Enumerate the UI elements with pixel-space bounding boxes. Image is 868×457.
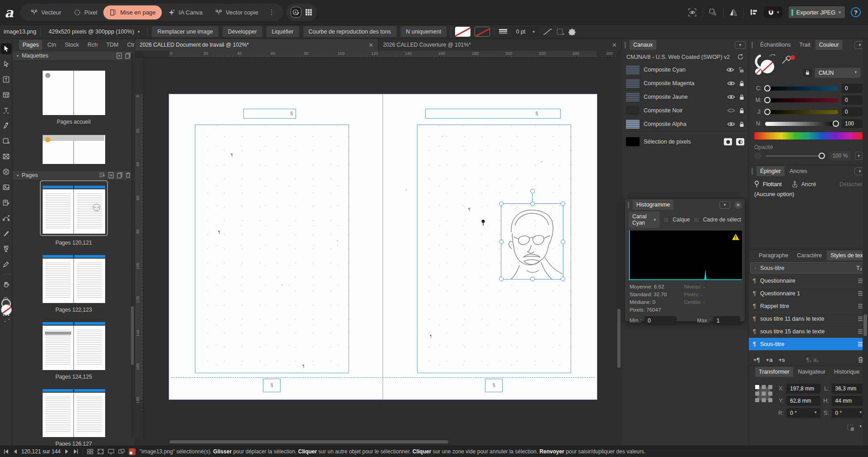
resize-handle[interactable]: [561, 240, 565, 244]
color-spectrum-bar[interactable]: [754, 132, 863, 140]
transform-field-h[interactable]: 44 mm: [832, 396, 866, 406]
resize-handle[interactable]: [499, 202, 504, 206]
color-wells[interactable]: ⌄⌃: [0, 299, 13, 340]
fill-color-well[interactable]: [1, 304, 12, 315]
float-option[interactable]: Flottant: [763, 181, 782, 188]
tab-échantillons[interactable]: Échantillons: [756, 40, 794, 50]
panel-menu-button[interactable]: ▼: [735, 41, 746, 49]
tab-historique[interactable]: Historique: [830, 367, 863, 377]
canvas-viewport[interactable]: § § § § ¶ˇ¶¶ˆˇ¶ˇˆ¶: [143, 58, 617, 439]
tab-pages[interactable]: Pages: [19, 40, 42, 50]
header-frame-right[interactable]: §: [425, 109, 561, 119]
panel-scrollbar[interactable]: [863, 39, 868, 446]
transform-field-y[interactable]: 62,8 mm: [786, 396, 820, 406]
tool-node[interactable]: [0, 56, 13, 72]
persona-tab-pixel[interactable]: Pixel: [68, 5, 103, 19]
selection-full-icon[interactable]: [724, 138, 732, 145]
pressure-curve-icon[interactable]: [543, 29, 552, 35]
ctx-button-n-uniquement[interactable]: N uniquement: [401, 26, 447, 37]
slider-knob[interactable]: [764, 109, 771, 115]
tool-node-edit[interactable]: [0, 210, 13, 226]
ctx-button-remplacer-une-image[interactable]: Remplacer une image: [152, 26, 218, 37]
lock-icon[interactable]: [739, 81, 744, 87]
sort-pages-icon[interactable]: [99, 172, 105, 178]
maquette-item[interactable]: Pages accueil: [43, 61, 105, 125]
slider-value[interactable]: 0: [842, 84, 863, 93]
tool-move[interactable]: [0, 41, 13, 56]
tool-transparency[interactable]: [0, 241, 13, 256]
text-style-row[interactable]: ¶sous titre 11 dans le texte: [749, 313, 868, 325]
tab-transformer[interactable]: Transformer: [755, 367, 793, 377]
transform-field-r[interactable]: 0 °▾: [786, 408, 820, 418]
persona-tab-vecteur[interactable]: Vecteur: [24, 5, 68, 19]
apply-paragraph-style-button[interactable]: ¶₂ a₂: [806, 356, 819, 363]
add-page-icon[interactable]: [108, 172, 114, 178]
fit-view-icon[interactable]: [97, 449, 104, 454]
calque-checkbox[interactable]: [663, 217, 669, 223]
footer-frame-left[interactable]: §: [263, 379, 281, 392]
slider-value[interactable]: 100: [842, 119, 863, 128]
alignment-icon[interactable]: [750, 8, 758, 16]
tool-color-picker[interactable]: [0, 256, 13, 272]
help-button[interactable]: ?: [851, 7, 861, 17]
apps-grid-icon[interactable]: [305, 9, 312, 16]
footer-frame-right[interactable]: §: [485, 379, 503, 392]
next-page-icon[interactable]: [65, 449, 69, 454]
tool-vector-brush[interactable]: [0, 226, 13, 241]
page-spread-item[interactable]: Pages 126,127: [43, 383, 105, 446]
canvas-horizontal-scrollbar[interactable]: [143, 440, 615, 443]
visibility-eye-icon[interactable]: [726, 67, 734, 72]
slider-knob[interactable]: [764, 85, 771, 91]
panel-grip[interactable]: [625, 42, 626, 48]
document-tab[interactable]: 2026 CALLED Document de travail @ 102%*✕: [135, 39, 378, 51]
refresh-icon[interactable]: [737, 53, 744, 60]
lock-icon[interactable]: [739, 108, 744, 114]
text-style-row[interactable]: ¶Rappel titre: [749, 300, 868, 313]
snapping-button[interactable]: ▾: [764, 6, 783, 18]
rotation-handle[interactable]: [530, 189, 535, 193]
collapse-icon[interactable]: ▾: [17, 54, 19, 58]
ctx-button-courbe-de-reproduction-des-tons[interactable]: Courbe de reproduction des tons: [303, 26, 397, 37]
transform-origin-icon[interactable]: [847, 424, 855, 431]
selection-frame-checkbox[interactable]: [693, 217, 699, 223]
resize-handle[interactable]: [530, 277, 535, 281]
slider-track[interactable]: [765, 110, 838, 114]
tab-ctn[interactable]: Ctn: [44, 40, 59, 50]
text-style-row[interactable]: ¶sous titre 15 dans le texte: [749, 325, 868, 338]
panel-grip[interactable]: [752, 168, 753, 175]
slider-value[interactable]: 0: [842, 107, 863, 116]
slider-track[interactable]: [765, 87, 838, 91]
fill-swatch[interactable]: [455, 27, 470, 37]
new-paragraph-style-button[interactable]: +¶: [753, 356, 760, 363]
visibility-eye-icon[interactable]: [727, 94, 735, 100]
presentation-icon[interactable]: [108, 449, 114, 454]
lock-icon[interactable]: [739, 94, 744, 100]
channel-row[interactable]: Composite Noir: [622, 104, 748, 117]
tab-trait[interactable]: Trait: [795, 40, 814, 50]
document-tab[interactable]: 2026 CALLED Couverture @ 101%*✕: [378, 39, 622, 51]
stroke-style-icon[interactable]: [499, 29, 508, 35]
canvas-vertical-scrollbar[interactable]: [617, 58, 621, 439]
spread-thumbnail[interactable]: [43, 326, 105, 370]
channel-row[interactable]: Composite Jaune: [622, 90, 748, 104]
text-style-row[interactable]: ¶Sous-titre: [749, 338, 868, 351]
previous-page-icon[interactable]: [13, 449, 17, 454]
duplicate-master-icon[interactable]: [125, 53, 131, 59]
visibility-eye-icon[interactable]: [727, 108, 735, 113]
slider-knob[interactable]: [764, 97, 771, 103]
close-tab-icon[interactable]: ✕: [612, 42, 617, 48]
tool-table[interactable]: [0, 87, 13, 102]
tab-canaux[interactable]: Canaux: [630, 40, 656, 50]
more-options-icon[interactable]: ⋮: [265, 8, 279, 16]
pages-grid-icon[interactable]: [87, 449, 93, 454]
persona-tab-mise-en-page[interactable]: Mise en page: [103, 5, 162, 19]
chevron-down-icon[interactable]: ▾: [855, 152, 863, 160]
last-page-icon[interactable]: [73, 449, 78, 454]
detach-text-style-icon[interactable]: T₂: [856, 265, 862, 271]
opacity-swatch[interactable]: [754, 152, 761, 159]
tab-rch[interactable]: Rch: [84, 40, 101, 50]
tab-navigateur[interactable]: Navigateur: [795, 367, 829, 377]
header-frame-left[interactable]: §: [243, 109, 296, 119]
new-style-button[interactable]: +s: [778, 356, 785, 363]
photo-persona-icon[interactable]: A: [291, 7, 301, 18]
